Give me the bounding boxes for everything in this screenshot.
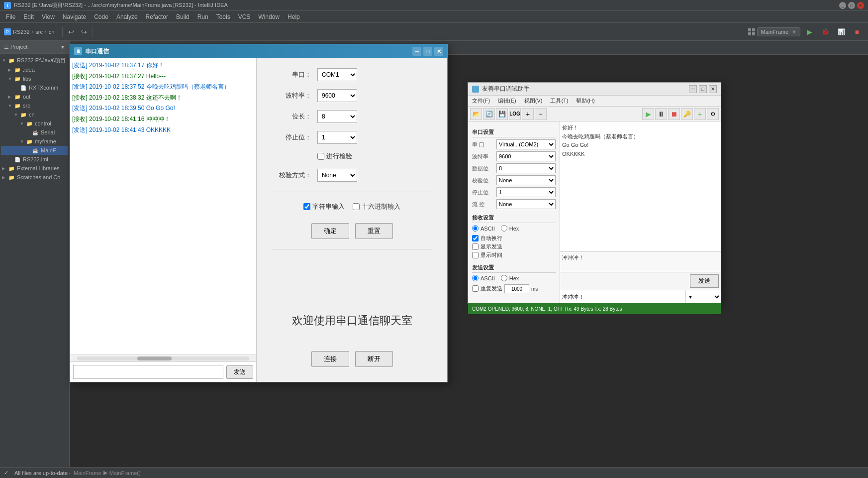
tree-item-cn[interactable]: ▼ 📁 cn	[1, 110, 68, 119]
helper-tb-save[interactable]: 💾	[496, 108, 508, 120]
helper-menu-edit[interactable]: 编辑(E)	[494, 96, 520, 106]
menu-file[interactable]: File	[2, 11, 19, 22]
hex-input-checkbox[interactable]	[353, 203, 360, 210]
menu-navigate[interactable]: Navigate	[59, 11, 90, 22]
baud-select[interactable]: 9600	[317, 89, 357, 102]
helper-menu-help[interactable]: 帮助(H)	[572, 96, 598, 106]
auto-newline-checkbox[interactable]	[472, 235, 479, 241]
helper-tb-play[interactable]: ▶	[642, 108, 654, 120]
breadcrumb-mainframe[interactable]: MainFrame	[74, 470, 101, 476]
helper-dialog[interactable]: 友善串口调试助手 ─ □ ✕ 文件(F) 编辑(E) 视图(V) 工具(T) 帮…	[468, 82, 721, 304]
send-hex-label[interactable]: Hex	[501, 275, 519, 281]
close-btn[interactable]: ✕	[857, 2, 864, 9]
helper-encoding-select[interactable]: ▼	[686, 290, 721, 303]
port-select[interactable]: COM1	[317, 68, 357, 81]
tree-item-rs232[interactable]: ▼ 📁 RS232 E:\Java\项目	[1, 56, 68, 65]
disconnect-button[interactable]: 断开	[355, 351, 393, 367]
tree-item-mainframe[interactable]: ☕ MainF	[1, 146, 68, 155]
tree-item-myframe[interactable]: ▼ 📁 myframe	[1, 137, 68, 146]
repeat-send-label[interactable]: 重复发送	[472, 285, 502, 292]
char-input-checkbox[interactable]	[303, 203, 310, 210]
tree-item-src[interactable]: ▼ 📁 src	[1, 101, 68, 110]
tree-item-scratches[interactable]: ▶ 📁 Scratches and Co	[1, 173, 68, 182]
helper-close-btn[interactable]: ✕	[709, 85, 717, 93]
helper-controls[interactable]: ─ □ ✕	[689, 85, 717, 93]
menu-vcs[interactable]: VCS	[234, 11, 255, 22]
tree-item-rxtx[interactable]: 📄 RXTXcomm	[1, 83, 68, 92]
serial-close-btn[interactable]: ✕	[434, 47, 443, 56]
helper-tb-minus[interactable]: −	[535, 108, 547, 120]
helper-tb-reload[interactable]: 🔄	[483, 108, 495, 120]
serial-dialog-controls[interactable]: ─ □ ✕	[412, 47, 443, 56]
tree-item-libs[interactable]: ▼ 📁 libs	[1, 74, 68, 83]
tree-item-control[interactable]: ▼ 📁 control	[1, 119, 68, 128]
helper-tb-key[interactable]: 🔑	[681, 108, 693, 120]
helper-stopbits-select[interactable]: 1	[496, 187, 556, 197]
menu-build[interactable]: Build	[172, 11, 193, 22]
run-button[interactable]: ▶	[802, 25, 816, 39]
tree-item-out[interactable]: ▶ 📁 out	[1, 92, 68, 101]
auto-newline-label[interactable]: 自动换行	[472, 235, 556, 242]
recv-hex-radio[interactable]	[501, 225, 507, 232]
helper-tb-settings[interactable]: ⚙	[707, 108, 719, 120]
helper-flow-select[interactable]: None	[496, 199, 556, 209]
bits-select[interactable]: 8	[317, 110, 357, 123]
repeat-interval-input[interactable]	[504, 284, 529, 293]
tree-item-extlibs[interactable]: ▶ 📁 External Libraries	[1, 164, 68, 173]
title-bar-controls[interactable]: _ □ ✕	[839, 2, 864, 9]
hex-input-label[interactable]: 十六进制输入	[353, 202, 400, 211]
send-ascii-label[interactable]: ASCII	[472, 275, 495, 281]
helper-menu-file[interactable]: 文件(F)	[468, 96, 494, 106]
recv-ascii-label[interactable]: ASCII	[472, 225, 495, 232]
recv-ascii-radio[interactable]	[472, 225, 479, 232]
connect-button[interactable]: 连接	[311, 351, 349, 367]
show-send-checkbox[interactable]	[472, 243, 479, 250]
helper-baud-select[interactable]: 9600	[496, 151, 556, 161]
send-ascii-radio[interactable]	[472, 275, 479, 281]
helper-port-select[interactable]: Virtual...(COM2)	[496, 139, 556, 149]
helper-databits-select[interactable]: 8	[496, 163, 556, 173]
run-config-dropdown[interactable]: MainFrame ▼	[757, 27, 800, 36]
debug-button[interactable]: 🐞	[818, 25, 832, 39]
serial-minimize-btn[interactable]: ─	[412, 47, 421, 56]
helper-parity-select[interactable]: None	[496, 175, 556, 185]
send-button[interactable]: 发送	[226, 365, 253, 379]
serial-maximize-btn[interactable]: □	[423, 47, 432, 56]
maximize-btn[interactable]: □	[848, 2, 855, 9]
toolbar-redo[interactable]: ↪	[78, 25, 91, 38]
tree-item-rs232iml[interactable]: 📄 RS232.iml	[1, 155, 68, 164]
send-hex-radio[interactable]	[501, 275, 507, 281]
helper-send-input[interactable]	[560, 290, 686, 303]
menu-view[interactable]: View	[38, 11, 59, 22]
show-time-checkbox[interactable]	[472, 252, 479, 258]
helper-tb-open[interactable]: 📂	[470, 108, 482, 120]
recv-hex-label[interactable]: Hex	[501, 225, 519, 232]
helper-tb-add[interactable]: +	[694, 108, 706, 120]
show-send-label[interactable]: 显示发送	[472, 243, 556, 250]
coverage-button[interactable]: 📊	[834, 25, 848, 39]
helper-tb-log[interactable]: LOG	[509, 108, 521, 120]
minimize-btn[interactable]: _	[839, 2, 846, 9]
tree-item-idea[interactable]: ▶ 📁 .idea	[1, 65, 68, 74]
repeat-send-checkbox[interactable]	[472, 285, 479, 292]
menu-run[interactable]: Run	[193, 11, 212, 22]
confirm-button[interactable]: 确定	[311, 223, 349, 239]
menu-code[interactable]: Code	[90, 11, 112, 22]
char-input-label[interactable]: 字符串输入	[303, 202, 345, 211]
menu-refactor[interactable]: Refactor	[142, 11, 172, 22]
serial-dialog[interactable]: 🖥 串口通信 ─ □ ✕ [发送] 2019-10-02 18:37:17 你好…	[70, 44, 448, 382]
chat-hscroll-thumb[interactable]	[137, 357, 172, 360]
helper-menu-view[interactable]: 视图(V)	[520, 96, 547, 106]
helper-tb-stop[interactable]: ⏹	[668, 108, 680, 120]
check-label[interactable]: 进行检验	[317, 152, 352, 161]
chat-input-field[interactable]	[73, 365, 223, 379]
breadcrumb-method[interactable]: MainFrame()	[109, 470, 141, 476]
helper-menu-tools[interactable]: 工具(T)	[546, 96, 572, 106]
toolbar-undo[interactable]: ↩	[65, 25, 78, 38]
helper-send-button[interactable]: 发送	[690, 274, 719, 288]
show-time-label[interactable]: 显示时间	[472, 251, 556, 259]
stop-button[interactable]: ■	[850, 25, 864, 39]
menu-edit[interactable]: Edit	[19, 11, 38, 22]
check-checkbox[interactable]	[317, 153, 324, 160]
menu-tools[interactable]: Tools	[212, 11, 234, 22]
